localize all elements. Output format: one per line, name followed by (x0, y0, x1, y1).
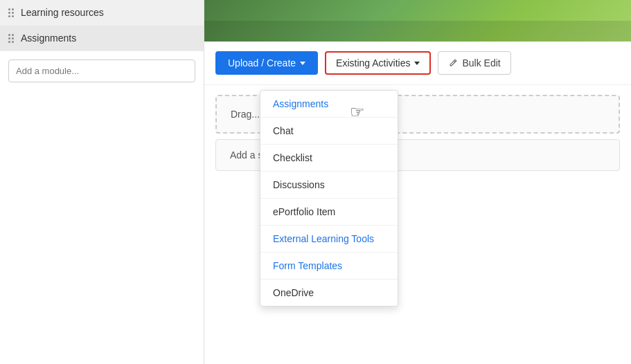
bulk-edit-button[interactable]: Bulk Edit (438, 51, 510, 75)
toolbar: Upload / Create Existing Activities Bulk… (204, 42, 631, 85)
dropdown-item-label: External Learning Tools (273, 233, 374, 244)
upload-create-label: Upload / Create (228, 57, 296, 69)
existing-activities-label: Existing Activities (336, 57, 410, 69)
dropdown-item-chat[interactable]: Chat (260, 118, 398, 145)
chevron-down-icon (414, 62, 420, 65)
dropdown-item-label: ePortfolio Item (273, 206, 335, 217)
edit-icon (448, 58, 458, 68)
dropdown-item-label: Discussions (273, 179, 325, 190)
existing-activities-dropdown: Assignments Chat Checklist Discussions e… (260, 90, 398, 307)
add-module-container (0, 51, 204, 91)
dropdown-item-eportfolio[interactable]: ePortfolio Item (260, 199, 398, 226)
dropdown-item-onedrive[interactable]: OneDrive (260, 280, 398, 306)
dropdown-item-label: Assignments (273, 98, 328, 109)
dropdown-item-label: Form Templates (273, 260, 342, 271)
sidebar-item-assignments[interactable]: Assignments (0, 26, 204, 51)
sidebar: Learning resources Assignments (0, 0, 204, 364)
drag-handle-icon (8, 8, 14, 17)
existing-activities-button[interactable]: Existing Activities (325, 51, 431, 75)
dropdown-item-checklist[interactable]: Checklist (260, 145, 398, 172)
upload-create-button[interactable]: Upload / Create (215, 51, 318, 75)
chevron-down-icon (300, 62, 305, 65)
bulk-edit-label: Bulk Edit (462, 57, 500, 69)
sidebar-item-learning-resources[interactable]: Learning resources (0, 0, 204, 26)
dropdown-item-discussions[interactable]: Discussions (260, 172, 398, 199)
hero-image (204, 0, 631, 42)
dropdown-item-assignments[interactable]: Assignments (260, 91, 398, 118)
sidebar-item-label: Learning resources (21, 7, 104, 18)
add-module-input[interactable] (8, 60, 195, 82)
drag-handle-icon (8, 34, 14, 43)
dropdown-item-label: OneDrive (273, 287, 314, 298)
dropdown-item-form-templates[interactable]: Form Templates (260, 253, 398, 280)
dropdown-item-label: Chat (273, 125, 294, 136)
drag-text: Drag... (231, 109, 260, 120)
sidebar-item-label: Assignments (21, 33, 76, 44)
dropdown-item-label: Checklist (273, 152, 312, 163)
dropdown-item-external-learning[interactable]: External Learning Tools (260, 226, 398, 253)
